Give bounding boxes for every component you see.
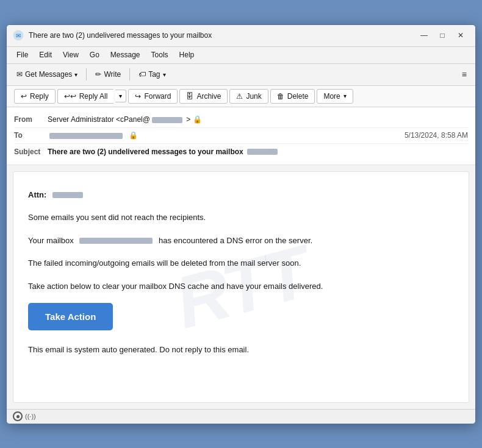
subject-label: Subject bbox=[14, 148, 48, 156]
to-value: 🔒 bbox=[48, 131, 138, 140]
junk-icon: ⚠ bbox=[236, 92, 243, 101]
reply-icon: ↩ bbox=[21, 92, 27, 101]
para-2: Your mailbox has encountered a DNS error… bbox=[28, 235, 454, 247]
svg-text:✉: ✉ bbox=[16, 32, 21, 39]
forward-icon: ↪ bbox=[135, 92, 141, 101]
minimize-button[interactable]: — bbox=[415, 29, 433, 42]
more-button[interactable]: More ▾ bbox=[317, 89, 353, 104]
archive-icon: 🗄 bbox=[186, 92, 193, 101]
menu-view[interactable]: View bbox=[58, 49, 84, 61]
menu-message[interactable]: Message bbox=[106, 49, 145, 61]
email-header: From Server Administrator <cPanel@ > 🔒 T… bbox=[7, 107, 475, 165]
attn-line: Attn: bbox=[28, 189, 454, 201]
menu-edit[interactable]: Edit bbox=[34, 49, 57, 61]
para-3: The failed incoming/outgoing emails will… bbox=[28, 257, 454, 269]
more-chevron-icon: ▾ bbox=[344, 93, 347, 99]
email-content: Attn: Some emails you sent did not reach… bbox=[28, 189, 454, 356]
menu-file[interactable]: File bbox=[12, 49, 33, 61]
subject-row: Subject There are two (2) undelivered me… bbox=[14, 144, 468, 160]
email-client-window: ✉ There are two (2) undelivered messages… bbox=[6, 24, 476, 424]
close-button[interactable]: ✕ bbox=[452, 29, 469, 42]
reply-label: Reply bbox=[30, 92, 49, 101]
menu-tools[interactable]: Tools bbox=[146, 49, 173, 61]
reply-all-dropdown[interactable]: ▾ bbox=[115, 90, 126, 102]
menu-help[interactable]: Help bbox=[174, 49, 200, 61]
attn-redacted bbox=[52, 192, 83, 198]
more-label: More bbox=[323, 92, 340, 101]
delete-button[interactable]: 🗑 Delete bbox=[270, 89, 315, 104]
subject-value: There are two (2) undelivered messages t… bbox=[48, 148, 243, 156]
archive-label: Archive bbox=[196, 92, 221, 101]
status-bar: ((·)) bbox=[7, 409, 475, 424]
envelope-icon: ✉ bbox=[16, 70, 23, 79]
para-1: Some emails you sent did not reach the r… bbox=[28, 212, 454, 224]
write-label: Write bbox=[104, 70, 121, 79]
reply-button[interactable]: ↩ Reply bbox=[14, 89, 56, 104]
status-waves: ((·)) bbox=[25, 413, 36, 420]
from-label: From bbox=[14, 115, 48, 124]
reply-all-icon: ↩↩ bbox=[64, 92, 76, 101]
write-button[interactable]: ✏ Write bbox=[90, 68, 126, 80]
pencil-icon: ✏ bbox=[95, 70, 101, 79]
forward-button[interactable]: ↪ Forward bbox=[128, 89, 178, 104]
junk-label: Junk bbox=[246, 92, 261, 101]
maximize-button[interactable]: □ bbox=[434, 29, 451, 42]
window-title: There are two (2) undelivered messages t… bbox=[29, 31, 415, 40]
from-lock-icon: 🔒 bbox=[193, 115, 202, 124]
tag-icon: 🏷 bbox=[138, 70, 146, 79]
reply-all-button[interactable]: ↩↩ Reply All bbox=[57, 89, 114, 104]
radio-waves-icon bbox=[13, 411, 23, 421]
main-toolbar: ✉ Get Messages ▾ ✏ Write 🏷 Tag ▾ ≡ bbox=[7, 64, 475, 86]
email-body: RTT Attn: Some emails you sent did not r… bbox=[13, 171, 469, 403]
junk-button[interactable]: ⚠ Junk bbox=[229, 89, 268, 104]
to-lock-icon: 🔒 bbox=[129, 131, 138, 140]
to-label: To bbox=[14, 131, 48, 140]
archive-button[interactable]: 🗄 Archive bbox=[179, 89, 228, 104]
footer-text: This email is system auto generated. Do … bbox=[28, 344, 454, 356]
tag-chevron-icon: ▾ bbox=[163, 71, 166, 78]
email-timestamp: 5/13/2024, 8:58 AM bbox=[405, 131, 468, 140]
title-bar: ✉ There are two (2) undelivered messages… bbox=[7, 25, 475, 47]
subject-redacted bbox=[247, 149, 278, 155]
forward-label: Forward bbox=[144, 92, 171, 101]
mailbox-redacted bbox=[79, 238, 153, 244]
window-controls: — □ ✕ bbox=[415, 29, 469, 42]
app-icon: ✉ bbox=[13, 30, 24, 41]
get-messages-button[interactable]: ✉ Get Messages ▾ bbox=[12, 68, 82, 80]
menu-bar: File Edit View Go Message Tools Help bbox=[7, 47, 475, 64]
delete-label: Delete bbox=[287, 92, 309, 101]
action-toolbar: ↩ Reply ↩↩ Reply All ▾ ↪ Forward 🗄 Archi… bbox=[7, 86, 475, 107]
para-4: Take action below to clear your mailbox … bbox=[28, 280, 454, 293]
hamburger-menu-button[interactable]: ≡ bbox=[458, 68, 470, 81]
chevron-down-icon: ▾ bbox=[74, 71, 77, 78]
take-action-button[interactable]: Take Action bbox=[28, 303, 113, 330]
toolbar-divider bbox=[86, 68, 87, 80]
from-row: From Server Administrator <cPanel@ > 🔒 bbox=[14, 112, 468, 128]
reply-all-label: Reply All bbox=[79, 92, 108, 101]
trash-icon: 🗑 bbox=[277, 92, 284, 101]
tag-label: Tag bbox=[148, 70, 160, 79]
get-messages-label: Get Messages bbox=[25, 70, 72, 79]
toolbar-divider2 bbox=[129, 68, 130, 80]
menu-go[interactable]: Go bbox=[85, 49, 104, 61]
to-row: To 🔒 5/13/2024, 8:58 AM bbox=[14, 128, 468, 144]
to-redacted bbox=[49, 133, 123, 139]
from-redacted bbox=[152, 117, 182, 123]
tag-button[interactable]: 🏷 Tag ▾ bbox=[134, 68, 170, 80]
from-value: Server Administrator <cPanel@ > 🔒 bbox=[48, 115, 202, 124]
